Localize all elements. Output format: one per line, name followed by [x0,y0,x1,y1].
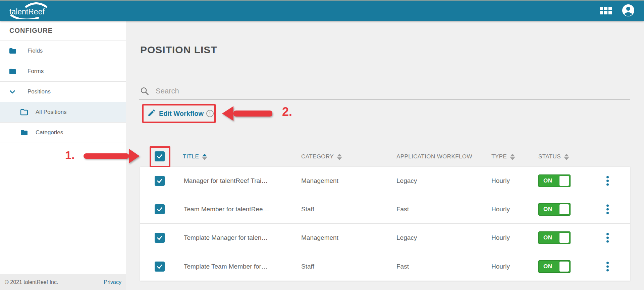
search-input[interactable] [156,86,592,96]
search-icon [140,86,149,97]
folder-icon [8,47,17,55]
annotation-step-2: 2. [282,105,292,119]
sort-icon [510,154,515,160]
column-header-title[interactable]: TITLE [183,153,207,160]
cell-application-workflow: Fast [396,263,409,270]
column-header-application-workflow[interactable]: APPLICATION WORKFLOW [396,153,472,160]
copyright-text: © 2021 talentReef Inc. [5,279,58,285]
toggle-knob [559,204,569,214]
row-checkbox[interactable] [155,233,165,243]
annotation-step-1: 1. [65,149,74,162]
cell-title: Team Member for talentRee… [184,206,303,213]
sidebar-item-label: All Positions [36,109,67,116]
status-toggle[interactable]: ON [538,203,571,216]
annotation-box-select-all [150,146,170,167]
toggle-knob [559,176,569,186]
cell-application-workflow: Legacy [396,177,417,185]
folder-outline-icon [19,108,29,116]
cell-type: Hourly [491,263,510,270]
position-table: Manager for talentReef Trai… Management … [140,167,630,281]
row-checkbox[interactable] [155,204,165,214]
status-toggle[interactable]: ON [538,231,571,244]
cell-category: Management [301,234,338,241]
column-header-type[interactable]: TYPE [491,153,515,160]
table-row: Template Manager for talen… Management L… [140,224,630,252]
cell-category: Staff [301,263,314,270]
sidebar-heading: CONFIGURE [0,21,126,41]
app-header: talentReef [0,0,644,21]
cell-title: Manager for talentReef Trai… [184,177,303,185]
page-title: POSITION LIST [140,44,217,56]
sidebar-item-categories[interactable]: Categories [0,123,126,143]
talentreef-logo: talentReef [9,2,49,20]
main-content: POSITION LIST Edit Workflow TITLE CATEGO… [126,21,644,290]
cell-application-workflow: Legacy [396,234,417,241]
column-header-category[interactable]: CATEGORY [301,153,342,160]
annotation-arrow-left-icon [222,106,272,121]
table-row: Manager for talentReef Trai… Management … [140,167,630,195]
table-row: Team Member for talentRee… Staff Fast Ho… [140,195,630,224]
account-icon[interactable] [622,4,635,17]
cell-type: Hourly [491,177,510,185]
sidebar-item-forms[interactable]: Forms [0,61,126,82]
sort-icon [202,154,207,160]
cell-title: Template Team Member for… [184,263,303,270]
search-underline [139,99,630,100]
column-header-status[interactable]: STATUS [538,153,569,160]
sidebar-item-positions[interactable]: Positions [0,82,126,102]
sidebar-footer: © 2021 talentReef Inc. Privacy [0,274,126,290]
status-toggle[interactable]: ON [538,260,571,273]
cell-type: Hourly [491,234,510,241]
cell-category: Staff [301,206,314,213]
chevron-down-icon [9,88,16,95]
table-header: TITLE CATEGORY APPLICATION WORKFLOW TYPE… [126,146,644,167]
cell-title: Template Manager for talen… [184,234,303,241]
annotation-box-edit-workflow [142,104,216,123]
row-menu-kebab-icon[interactable] [604,260,611,273]
status-toggle[interactable]: ON [538,174,571,187]
annotation-arrow-right-icon [84,149,140,163]
toggle-knob [559,233,569,243]
sort-icon [337,154,342,160]
sidebar-item-label: Positions [28,88,51,95]
window-top-edge [0,0,644,1]
row-menu-kebab-icon[interactable] [604,174,611,188]
cell-category: Management [301,177,338,185]
folder-icon [19,129,29,137]
svg-text:talentReef: talentReef [9,7,45,16]
row-menu-kebab-icon[interactable] [604,231,611,245]
sidebar-item-fields[interactable]: Fields [0,41,126,61]
sidebar-item-label: Categories [36,129,63,136]
sidebar-item-label: Forms [28,68,44,75]
cell-application-workflow: Fast [396,206,409,213]
sidebar-item-label: Fields [28,48,43,54]
row-checkbox[interactable] [155,262,165,272]
row-menu-kebab-icon[interactable] [604,203,611,216]
row-checkbox[interactable] [155,176,165,186]
apps-grid-icon[interactable] [600,7,612,14]
sidebar-item-all-positions[interactable]: All Positions [0,102,126,123]
table-row: Template Team Member for… Staff Fast Hou… [140,252,630,281]
privacy-link[interactable]: Privacy [104,279,121,285]
folder-icon [8,67,17,75]
toggle-knob [559,262,569,272]
sort-icon [564,154,569,160]
cell-type: Hourly [491,206,510,213]
